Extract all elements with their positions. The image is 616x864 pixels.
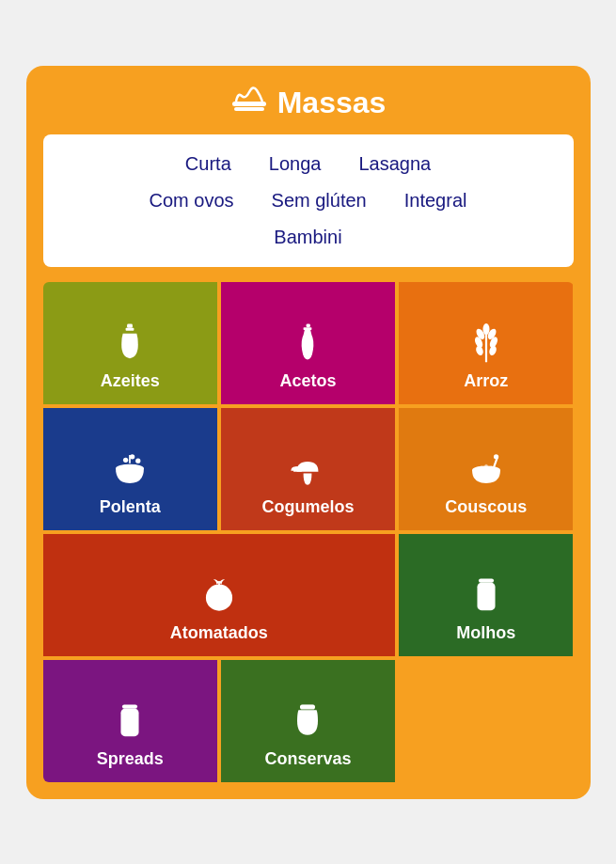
bottle-icon — [109, 322, 150, 364]
grid-item-molhos[interactable]: Molhos — [399, 534, 573, 656]
grid-item-atomatados[interactable]: Atomatados — [43, 534, 396, 656]
jar2-icon — [109, 700, 150, 742]
svg-rect-32 — [122, 704, 137, 708]
subtype-comovos[interactable]: Com ovos — [150, 190, 234, 212]
azeites-label: Azeites — [101, 371, 160, 391]
svg-point-16 — [123, 457, 128, 462]
svg-point-26 — [206, 584, 232, 610]
massas-header: Massas — [43, 83, 574, 123]
svg-point-14 — [488, 344, 498, 355]
grid-item-cogumelos[interactable]: Cogumelos — [221, 408, 395, 530]
svg-point-4 — [125, 339, 134, 346]
grid-item-spreads[interactable]: Spreads — [43, 660, 217, 782]
svg-point-25 — [494, 454, 498, 459]
subtype-bambini[interactable]: Bambini — [274, 227, 341, 248]
svg-rect-2 — [127, 323, 133, 327]
acetos-label: Acetos — [279, 371, 336, 391]
svg-point-18 — [135, 458, 140, 463]
massas-title: Massas — [277, 86, 387, 120]
svg-rect-27 — [479, 578, 494, 582]
svg-point-15 — [116, 463, 144, 472]
svg-rect-3 — [126, 327, 134, 330]
svg-point-22 — [484, 463, 488, 467]
couscous-label: Couscous — [445, 497, 527, 517]
massas-icon — [230, 83, 268, 123]
svg-rect-34 — [124, 713, 136, 730]
grid-item-polenta[interactable]: Polenta — [43, 408, 217, 530]
subtype-longa[interactable]: Longa — [269, 153, 322, 175]
conservas-label: Conservas — [264, 749, 351, 769]
molhos-label: Molhos — [456, 623, 515, 643]
polenta-label: Polenta — [100, 497, 161, 517]
subtypes-row-3: Bambini — [53, 227, 564, 248]
subtype-integral[interactable]: Integral — [404, 190, 467, 212]
cogumelos-label: Cogumelos — [261, 497, 354, 517]
grid-item-conservas[interactable]: Conservas — [221, 660, 395, 782]
atomatados-label: Atomatados — [170, 623, 268, 643]
cruet-icon — [287, 322, 328, 364]
tomato-icon — [198, 574, 240, 616]
bowl2-icon — [466, 448, 507, 490]
svg-rect-29 — [480, 585, 492, 605]
svg-rect-5 — [307, 323, 310, 327]
mushroom-icon — [287, 448, 328, 490]
arroz-label: Arroz — [464, 371, 508, 391]
jar-icon — [466, 574, 507, 616]
grid-item-couscous[interactable]: Couscous — [399, 408, 573, 530]
subtype-curta[interactable]: Curta — [185, 153, 231, 175]
subtype-semgluten[interactable]: Sem glúten — [272, 190, 367, 212]
grid-item-azeites[interactable]: Azeites — [43, 282, 217, 404]
svg-point-21 — [480, 465, 483, 469]
subtypes-row-1: Curta Longa Lasagna — [53, 153, 564, 175]
svg-rect-0 — [232, 102, 266, 106]
massas-subtypes: Curta Longa Lasagna Com ovos Sem glúten … — [43, 134, 574, 267]
svg-point-13 — [475, 344, 484, 355]
svg-rect-39 — [301, 704, 315, 706]
category-grid: Azeites Acetos Arroz — [43, 282, 574, 782]
jar3-icon — [287, 700, 328, 742]
grid-item-arroz[interactable]: Arroz — [399, 282, 573, 404]
svg-rect-6 — [304, 327, 312, 330]
bowl-icon — [109, 448, 150, 490]
svg-point-8 — [482, 322, 489, 334]
svg-rect-1 — [234, 107, 264, 111]
subtype-lasagna[interactable]: Lasagna — [358, 153, 431, 175]
grid-item-acetos[interactable]: Acetos — [221, 282, 395, 404]
main-card: Massas Curta Longa Lasagna Com ovos Sem … — [26, 66, 591, 799]
subtypes-row-2: Com ovos Sem glúten Integral — [53, 190, 564, 212]
wheat-icon — [466, 322, 507, 364]
spreads-label: Spreads — [97, 749, 164, 769]
